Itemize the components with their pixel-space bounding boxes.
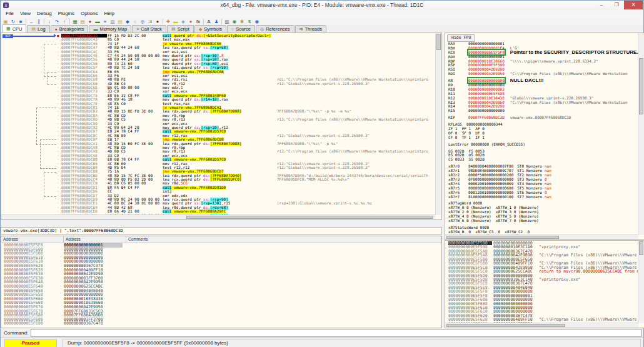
tab-source[interactable]: ○Source (227, 25, 255, 33)
tab-breakpoints[interactable]: ●Breakpoints (51, 25, 89, 33)
modules-icon[interactable]: ▥ (223, 18, 231, 25)
status-bar: Paused Dump: 0000000000E5F5F8 -> 0000000… (1, 337, 643, 347)
dump-row[interactable]: 0000000000E5F6100000000000000000 (1, 256, 441, 260)
hide-fpu-button[interactable]: Hide FPU (447, 34, 475, 42)
close-debuggee-icon[interactable]: ■ (17, 18, 24, 25)
stack-horizontal-scrollbar[interactable] (445, 323, 638, 328)
threads-icon[interactable]: ⇉ (146, 18, 154, 25)
run-icon[interactable]: → (28, 18, 35, 25)
register-row[interactable]: x87r781000000000000000100ST7 Nonzeronan (445, 195, 638, 199)
dump-row[interactable]: 0000000000E5F67000000000042E9950 (1, 305, 441, 309)
register-info-row[interactable]: LastError 00000000 (ERROR_SUCCESS) (445, 143, 638, 147)
functions-icon[interactable]: fx (194, 18, 202, 25)
register-info-row[interactable]: CS 0033 SS 002B (445, 158, 638, 162)
step-over-icon[interactable]: ↷ (53, 18, 61, 25)
tab-script[interactable]: ▤Script (167, 25, 194, 33)
registers-vertical-scrollbar[interactable] (638, 33, 644, 235)
donate-icon[interactable]: $ (246, 18, 253, 25)
register-row[interactable]: RIP00007FF68068DC3Dvmware-vmx.00007FF680… (445, 116, 638, 120)
tab-references[interactable]: ◎References (256, 25, 294, 33)
register-info-row[interactable]: x87TW_6 0 (Nonzero) x87TW_7 0 (Nonzero) (445, 219, 638, 223)
minimize-button[interactable]: – (594, 1, 609, 9)
titlebar[interactable]: x x64_dbg - File: vmware-vmx.exe - PID: … (1, 1, 643, 10)
restart-icon[interactable]: ↻ (9, 18, 17, 25)
menu-item-file[interactable]: File (3, 10, 17, 18)
tab-log[interactable]: ▤Log (27, 25, 49, 33)
memory-map-icon[interactable]: ▬ (94, 18, 101, 25)
tab-call-stack[interactable]: ≡Call Stack (132, 25, 166, 33)
maximize-button[interactable]: ❐ (609, 1, 624, 9)
dump-row[interactable]: 0000000000E5F620000000000367C478 (1, 264, 441, 268)
pause-icon[interactable]: ∥ (35, 18, 43, 25)
tab-memory-map[interactable]: ▬Memory Map (89, 25, 131, 33)
source-icon[interactable]: ○ (131, 18, 139, 25)
bookmarks-icon[interactable]: ● (187, 18, 194, 25)
seh-chain-icon[interactable]: ▥ (109, 18, 116, 25)
symbols-tab-icon: ◆ (199, 27, 202, 32)
toolbar-separator (26, 19, 26, 24)
attach-icon[interactable]: ◉ (231, 18, 238, 25)
menu-item-debug[interactable]: Debug (34, 10, 55, 18)
register-row[interactable]: RDI00000000042E9950"C:\\Program Files (x… (445, 72, 638, 76)
user-icon[interactable]: ♟ (213, 18, 220, 25)
dump-row[interactable]: 0000000000E5F650000000000404E040 (1, 289, 441, 293)
comments-icon[interactable]: ▬ (172, 18, 179, 25)
step-out-icon[interactable]: ↑ (61, 18, 68, 25)
breakpoints-icon[interactable]: ● (86, 18, 94, 25)
open-file-icon[interactable]: ▣ (2, 18, 9, 25)
dump-row[interactable]: 0000000000E5F68000007FF680A7D8D0 (1, 313, 441, 318)
call-stack-icon[interactable]: ≡ (101, 18, 109, 25)
disasm-vertical-scrollbar[interactable] (435, 33, 441, 215)
menu-item-help[interactable]: Help (101, 10, 118, 18)
tab-cpu[interactable]: ▦CPU (2, 24, 26, 33)
patch-icon[interactable]: ✚ (164, 18, 172, 25)
dump-row[interactable]: 0000000000E5F6880000000003FF3700 (1, 318, 441, 322)
menu-item-options[interactable]: Options (78, 10, 101, 18)
dump-row[interactable]: 0000000000E5F63000000000042E9290 (1, 272, 441, 276)
dump-row[interactable]: 0000000000E5F6180000000000000000 (1, 259, 441, 264)
dump-row[interactable]: 0000000000E5F64000000000042E9950 (1, 280, 441, 284)
dump-row[interactable]: 0000000000E5F64800000000625CCABC (1, 284, 441, 289)
dump-row[interactable]: 0000000000E5F6600000000010E38430 (1, 297, 441, 301)
log-icon[interactable]: ▤ (79, 18, 86, 25)
labels-icon[interactable]: ◈ (179, 18, 187, 25)
menu-item-plugins[interactable]: Plugins (55, 10, 78, 18)
register-info-row[interactable]: CF 0 TF 1 IF 1 (445, 136, 638, 140)
module-status-line: vmware-vmx.exe[3DDC3D] | ".text":00007FF… (1, 227, 442, 234)
settings-icon[interactable]: ✱ (238, 18, 246, 25)
tab-threads[interactable]: ⇉Threads (295, 25, 326, 33)
script-icon[interactable]: ▤ (116, 18, 124, 25)
dump-row[interactable]: 0000000000E5F5F80000000000000001 (1, 243, 441, 248)
symbols-icon[interactable]: ◆ (124, 18, 131, 25)
command-input[interactable] (31, 329, 641, 337)
about-icon[interactable]: ◉ (253, 18, 261, 25)
stack-pane[interactable]: 0000000000E5F590000000000000000000000000… (445, 240, 644, 328)
dump-row[interactable]: 0000000000E5F628000000000409FF10 (1, 268, 441, 273)
dump-pane[interactable]: Address Address Comments 0000000000E5F5F… (1, 236, 442, 328)
breakpoints-tab-icon: ● (55, 27, 58, 31)
dump-row[interactable]: 0000000000E5F6380000000003FF3700 (1, 276, 441, 281)
tab-symbols[interactable]: ◆Symbols (194, 25, 226, 33)
menu-item-view[interactable]: View (17, 10, 34, 18)
font-icon[interactable]: A (205, 18, 213, 25)
stack-vertical-scrollbar[interactable] (638, 241, 644, 323)
dump-row[interactable]: 0000000000E5F6080000000000000000 (1, 251, 441, 256)
references-icon[interactable]: ◎ (139, 18, 146, 25)
fpu-value: nan (545, 194, 551, 199)
registers-pane[interactable]: Hide FPU RAX0000000000000001RBX000000000… (445, 33, 644, 240)
disasm-horizontal-scrollbar[interactable] (1, 214, 436, 219)
dump-row[interactable]: 0000000000E5F6680000000010E38660 (1, 301, 441, 305)
register-row[interactable]: R150000000000000000 (445, 109, 638, 113)
dump-row[interactable]: 0000000000E5F690000000000367C478 (1, 321, 441, 326)
step-into-icon[interactable]: ↓ (46, 18, 53, 25)
rip-arrowhead-icon (54, 34, 56, 38)
dump-value: 000000000409FF10 (64, 268, 123, 273)
registers-horizontal-scrollbar[interactable] (445, 234, 638, 239)
close-button[interactable]: ✕ (624, 1, 643, 9)
dump-row[interactable]: 0000000000E5F6580000000000000000 (1, 293, 441, 297)
dump-row[interactable]: 0000000000E5F67800007FF68031C5CD (1, 309, 441, 314)
dump-row[interactable]: 0000000000E5F6000000000000000000 (1, 248, 441, 252)
cpu-icon[interactable]: ▦ (71, 18, 79, 25)
disassembly-pane[interactable]: ●00007FF68068DC3DFF 15 FD D3 2C 00call q… (1, 33, 442, 220)
scylla-icon[interactable]: ● (154, 18, 161, 25)
